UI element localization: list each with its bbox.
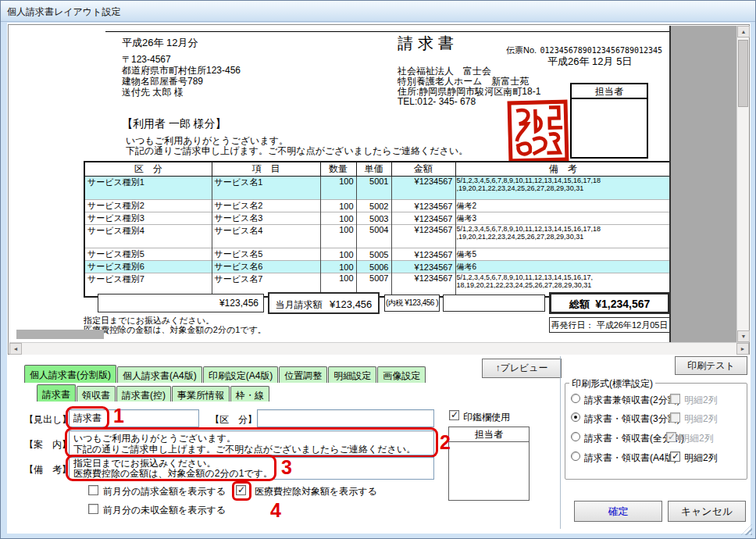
vertical-scrollbar[interactable]: ▲ ▼	[736, 26, 749, 342]
radio-3split[interactable]	[571, 412, 580, 422]
detail2col-checkbox-3	[666, 432, 676, 442]
tab-position-adjust[interactable]: 位置調整	[279, 366, 327, 383]
medical-deduction-checkbox[interactable]	[236, 485, 246, 495]
table-row[interactable]: サービス種別3 サービス名3 100 5003 ¥1234567 備考3	[84, 212, 670, 225]
prev-unpaid-checkbox[interactable]	[88, 504, 98, 514]
scroll-right-icon: ►	[740, 346, 746, 352]
cell-category: サービス種別7	[84, 273, 212, 297]
table-row[interactable]: サービス種別6 サービス名6 100 5006 ¥1234567 備考6	[84, 261, 670, 273]
cancel-button[interactable]: キャンセル	[668, 501, 746, 522]
detail2col-label-2: 明細2列	[684, 412, 718, 426]
empty-total-box	[443, 294, 545, 312]
payment-note2: 医療費控除の金額は、対象金額の2分の1です。	[84, 325, 266, 334]
scroll-up-button[interactable]: ▲	[737, 26, 750, 37]
main-tab-strip: 個人請求書(分割版) 個人請求書(A4版) 印刷設定(A4版) 位置調整 明細設…	[24, 365, 426, 383]
detail2col-label-1: 明細2列	[684, 394, 718, 407]
cell-item: サービス名5	[212, 248, 320, 261]
company-seal-icon	[507, 99, 569, 163]
inner-hscroll-thumb[interactable]	[16, 330, 104, 339]
stamp-field-checkbox[interactable]	[449, 410, 459, 420]
subtab-receipt[interactable]: 領収書	[77, 386, 116, 402]
note-line2: ,19,20,21,22,23,24,25,26,27,28,29,30,31	[457, 184, 670, 192]
preview-background	[670, 26, 737, 342]
category-input[interactable]	[257, 409, 434, 427]
prev-invoice-checkbox-label: 前月分の請求金額を表示する	[103, 485, 226, 498]
grand-total-label: 総額	[569, 298, 590, 310]
note-line1: 5/1,2,3,4,5,6,7,8,9,10,11,12,13,14,15,16…	[457, 225, 670, 233]
cell-category: サービス種別2	[84, 200, 212, 212]
radio-fullsplit[interactable]	[571, 432, 580, 441]
table-row[interactable]: サービス種別5 サービス名5 100 5005 ¥1234567 備考5	[84, 248, 670, 261]
table-row[interactable]: サービス種別2 サービス名2 100 5002 ¥1234567 備考2	[84, 200, 670, 212]
title-bar[interactable]: 個人請求書レイアウト設定	[1, 1, 755, 22]
prev-unpaid-checkbox-label: 前月分の未収金額を表示する	[103, 504, 226, 517]
tab-detail-settings[interactable]: 明細設定	[328, 366, 376, 383]
table-row[interactable]: サービス種別4 サービス名4 100 5004 ¥1234567 5/1,2,3…	[84, 225, 670, 248]
subtab-office-info[interactable]: 事業所情報	[172, 386, 230, 402]
invoice-detail-table: 区 分 項 目 数量 単価 金額 備 考 サービス種別1 サービス名1 100 …	[84, 161, 670, 298]
vscroll-thumb[interactable]	[738, 40, 748, 107]
note-line1: 5/1,2,3,4,5,6,7,8,9,10,11,12,13,14,15,16…	[457, 273, 670, 281]
staff-stamp-box: 担当者	[570, 83, 648, 159]
staff-panel-title: 担当者	[449, 427, 529, 442]
tab-a4-print-settings[interactable]: 印刷設定(A4版)	[203, 366, 279, 383]
radio-2split[interactable]	[571, 394, 580, 403]
window-title: 個人請求書レイアウト設定	[7, 5, 120, 19]
tab-split-invoice[interactable]: 個人請求書(分割版)	[24, 365, 116, 383]
invoice-paper: 平成26年 12月分 〒123-4567 都道府県市町村住所123-456 建物…	[9, 26, 670, 342]
scroll-left-button[interactable]: ◄	[9, 343, 22, 355]
recipient-address2: 建物名部屋番号789	[122, 76, 241, 87]
print-test-button[interactable]: 印刷テスト	[675, 356, 747, 375]
scroll-down-button[interactable]: ▼	[737, 330, 750, 342]
cell-amount: ¥1234567	[391, 177, 455, 200]
table-header-row: 区 分 項 目 数量 単価 金額 備 考	[84, 162, 670, 177]
paper-edge	[669, 26, 671, 342]
cell-amount: ¥1234567	[391, 212, 455, 225]
radio-a4[interactable]	[571, 452, 580, 461]
cell-item: サービス名4	[212, 225, 320, 248]
col-item: 項 目	[212, 162, 320, 177]
detail2col-checkbox-2	[670, 412, 680, 423]
horizontal-scrollbar[interactable]: ◄ ►	[9, 342, 749, 355]
radio-a4-label: 請求書・領収書(A4版)	[584, 452, 677, 465]
greeting-block: いつもご利用ありがとうございます。 下記の通りご請求申し上げます。ご不明な点がご…	[126, 136, 468, 156]
cell-unit-price: 5002	[356, 200, 391, 212]
col-unit-price: 単価	[356, 162, 391, 177]
preview-button[interactable]: ↑プレビュー	[482, 359, 562, 378]
detail2col-checkbox-4[interactable]	[670, 452, 680, 462]
page-top-rule	[105, 31, 669, 32]
user-line: 【利用者 一郎 様分】	[122, 117, 226, 131]
grand-total-box: 総額 ¥1,234,567	[549, 292, 670, 314]
subtab-invoice[interactable]: 請求書	[37, 384, 76, 402]
cell-note: 備考5	[455, 248, 670, 261]
prev-invoice-checkbox[interactable]	[88, 485, 98, 495]
heading-label: 【見出し】	[24, 413, 71, 427]
tab-image-settings[interactable]: 画像設定	[377, 366, 426, 383]
annotation-number-4: 4	[270, 499, 281, 522]
confirm-button[interactable]: 確定	[574, 501, 662, 522]
cell-category: サービス種別3	[84, 212, 212, 225]
tab-a4-invoice[interactable]: 個人請求書(A4版)	[117, 366, 202, 383]
scroll-right-button[interactable]: ►	[736, 343, 749, 355]
scroll-down-icon: ▼	[741, 334, 747, 339]
recipient-block: 〒123-4567 都道府県市町村住所123-456 建物名部屋番号789 送付…	[122, 54, 241, 98]
slip-number-value: 01234567890123456789012345	[540, 46, 663, 55]
guide-label: 【案 内】	[24, 438, 71, 452]
current-invoice-label: 当月請求額	[276, 299, 323, 310]
cell-category: サービス種別4	[84, 225, 212, 248]
subtab-frame-line[interactable]: 枠・線	[230, 386, 269, 402]
grand-total-amount: ¥1,234,567	[595, 298, 650, 310]
note-line1: 5/1,2,3,4,5,6,7,8,9,10,11,12,13,14,15,16…	[457, 177, 670, 184]
cell-qty: 100	[320, 212, 356, 225]
cell-note: 5/1,2,3,4,5,6,7,8,9,10,11,12,13,14,15,16…	[455, 225, 670, 248]
table-row[interactable]: サービス種別1 サービス名1 100 5001 ¥1234567 5/1,2,3…	[84, 177, 670, 200]
cell-item: サービス名2	[212, 200, 320, 212]
cell-amount: ¥1234567	[391, 248, 455, 261]
subtab-invoice-copy[interactable]: 請求書(控)	[116, 386, 171, 402]
cell-qty: 100	[320, 225, 356, 248]
cell-item: サービス名3	[212, 212, 320, 225]
greeting-line2: 下記の通りご請求申し上げます。ご不明な点がございましたらご連絡ください。	[126, 146, 468, 156]
cell-note: 備考2	[455, 200, 670, 212]
cell-note: 備考6	[455, 261, 670, 273]
staff-panel: 担当者	[448, 427, 530, 501]
